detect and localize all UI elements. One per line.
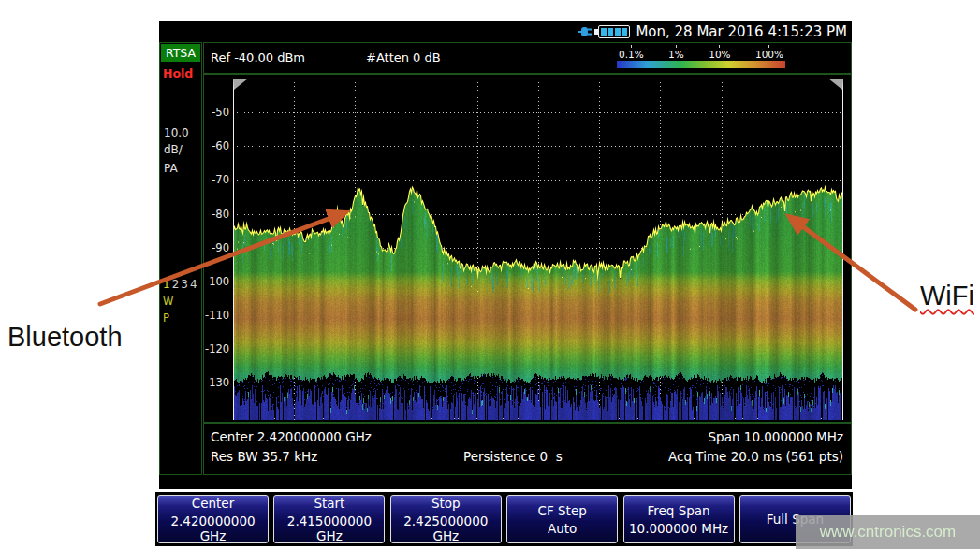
status-bar: Mon, 28 Mar 2016 4:15:23 PM <box>159 21 852 42</box>
battery-bar <box>608 28 614 36</box>
y-axis-tick-label: -100 <box>205 275 229 288</box>
mode-badge: RTSA <box>161 44 200 62</box>
density-scale-label: 1% <box>668 45 684 60</box>
density-scale-label: 10% <box>709 45 730 60</box>
softkey-value: 10.000000 MHz <box>629 521 728 536</box>
watermark: www.cntronics.com <box>796 515 980 549</box>
wifi-annotation-text: WiFi <box>920 281 974 311</box>
density-scale-label: 0.1% <box>619 45 644 60</box>
y-axis-tick-label: -80 <box>205 208 229 221</box>
analyzer-screen: Mon, 28 Mar 2016 4:15:23 PM RTSA Hold 10… <box>159 21 852 489</box>
page: Bluetooth WiFi Mon, 28 Mar 2016 4:15:23 … <box>0 0 980 549</box>
battery-bar <box>615 28 621 36</box>
softkey-center[interactable]: Center2.420000000 GHz <box>157 495 269 543</box>
scale-unit: dB/ <box>164 143 183 156</box>
wifi-annotation-label: WiFi <box>920 281 974 311</box>
sidebar: RTSA Hold 10.0 dB/ PA 1234 W P <box>159 42 202 475</box>
scale-per-div: 10.0 <box>164 126 189 139</box>
ref-level-readout: Ref -40.00 dBm <box>211 51 305 65</box>
softkey-cf-step[interactable]: CF StepAuto <box>506 495 618 543</box>
res-bw-readout: Res BW 35.7 kHz <box>211 449 317 464</box>
persistence-readout: Persistence 0 s <box>463 449 563 464</box>
softkey-label: Center <box>192 496 234 511</box>
trace-number: 3 <box>181 278 190 291</box>
y-axis-tick-label: -50 <box>205 106 229 119</box>
trace-numbers: 1234 <box>163 278 199 291</box>
header-bar: Ref -40.00 dBm #Atten 0 dB 0.1%1%10%100% <box>203 42 852 74</box>
bluetooth-annotation-label: Bluetooth <box>7 322 123 353</box>
datetime-text: Mon, 28 Mar 2016 4:15:23 PM <box>636 23 847 40</box>
trace-number: 1 <box>163 278 172 291</box>
color-gradient-bar <box>617 61 785 68</box>
y-axis-tick-label: -70 <box>205 173 229 186</box>
spectrum-display <box>233 79 843 420</box>
softkey-value: 2.420000000 GHz <box>158 513 268 543</box>
density-scale-label: 100% <box>755 45 783 60</box>
plot-area: -50-60-70-80-90-100-110-120-130 <box>203 74 852 423</box>
y-axis-tick-label: -90 <box>205 241 229 254</box>
battery-bar <box>622 28 628 36</box>
density-color-scale: 0.1%1%10%100% <box>617 45 785 73</box>
acq-time-readout: Acq Time 20.0 ms (561 pts) <box>668 449 843 464</box>
sweep-state-label: Hold <box>160 63 201 84</box>
softkey-label: Stop <box>431 496 461 511</box>
softkey-stop[interactable]: Stop2.425000000 GHz <box>390 495 502 543</box>
attenuation-readout: #Atten 0 dB <box>366 51 441 65</box>
y-axis-tick-label: -110 <box>205 309 229 322</box>
density-scale-labels: 0.1%1%10%100% <box>617 45 785 60</box>
power-plug-icon <box>578 25 592 38</box>
softkey-value: Auto <box>548 521 577 536</box>
trace-number: 4 <box>190 278 199 291</box>
softkey-value: 2.425000000 GHz <box>391 513 501 543</box>
softkey-freq-span[interactable]: Freq Span10.000000 MHz <box>623 495 735 543</box>
battery-bar <box>601 28 607 36</box>
softkey-label: Freq Span <box>647 503 709 518</box>
softkey-value: 2.415000000 GHz <box>274 513 384 543</box>
trace-state: P <box>163 311 169 325</box>
span-readout: Span 10.000000 MHz <box>709 429 843 444</box>
softkey-start[interactable]: Start2.415000000 GHz <box>273 495 385 543</box>
settings-readout: Center 2.420000000 GHz Span 10.000000 MH… <box>203 423 852 475</box>
battery-icon <box>598 25 630 38</box>
preamp-label: PA <box>164 162 178 175</box>
softkey-label: Start <box>314 496 344 511</box>
y-axis-tick-label: -60 <box>205 139 229 152</box>
y-axis-tick-label: -130 <box>205 376 229 389</box>
y-axis-tick-label: -120 <box>205 342 229 355</box>
center-freq-readout: Center 2.420000000 GHz <box>211 429 372 444</box>
trace-number: 2 <box>172 278 182 291</box>
softkey-label: CF Step <box>538 503 587 518</box>
trace-detector: W <box>163 295 173 308</box>
softkey-bar: Center2.420000000 GHzStart2.415000000 GH… <box>155 492 853 546</box>
